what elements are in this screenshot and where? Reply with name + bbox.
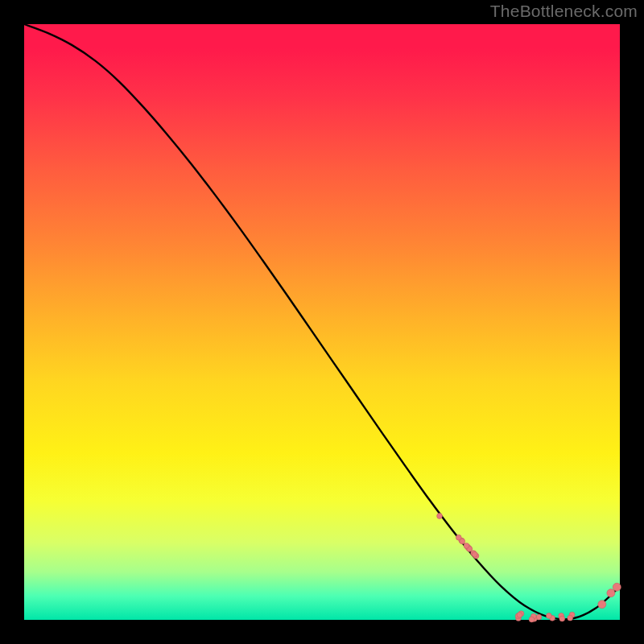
data-dot	[613, 583, 621, 591]
plot-area	[24, 24, 620, 620]
bottleneck-curve	[24, 24, 620, 619]
data-dot	[472, 551, 477, 557]
chart-frame: TheBottleneck.com	[0, 0, 644, 644]
data-dot	[460, 539, 465, 544]
data-dot	[568, 615, 573, 621]
data-dot	[598, 601, 606, 609]
data-dots	[437, 514, 621, 622]
chart-svg	[24, 24, 620, 620]
watermark-text: TheBottleneck.com	[490, 2, 638, 21]
data-dot	[559, 616, 565, 621]
data-dot	[517, 612, 522, 617]
data-dot	[529, 617, 535, 622]
data-dot	[607, 589, 615, 597]
data-dot	[546, 613, 551, 619]
data-dot	[464, 543, 469, 549]
data-dot	[437, 514, 443, 519]
